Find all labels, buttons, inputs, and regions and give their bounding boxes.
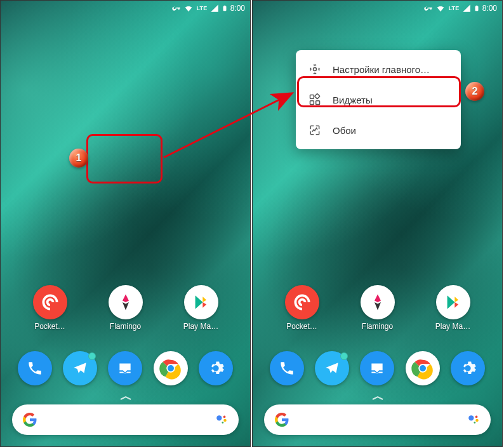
svg-point-17	[475, 419, 479, 422]
menu-label: Виджеты	[333, 95, 373, 105]
svg-rect-9	[310, 101, 314, 105]
app-telegram[interactable]	[312, 351, 352, 385]
svg-rect-10	[316, 101, 320, 105]
app-label: Play Ма…	[435, 322, 470, 331]
gear-icon	[207, 359, 225, 377]
menu-item-wallpaper[interactable]: Обои	[296, 115, 461, 145]
app-playmarket[interactable]: Play Ма…	[433, 285, 474, 331]
clock: 8:00	[482, 4, 497, 13]
telegram-icon	[72, 360, 88, 377]
app-inbox[interactable]	[357, 351, 397, 385]
app-label: Flamingo	[362, 322, 393, 331]
svg-rect-8	[310, 95, 314, 99]
flamingo-icon	[368, 293, 387, 312]
step-badge-2: 2	[465, 82, 484, 101]
assistant-icon[interactable]	[215, 413, 229, 427]
svg-point-3	[216, 415, 222, 420]
google-g-icon	[22, 412, 37, 427]
battery-icon	[222, 3, 228, 13]
menu-item-widgets[interactable]: Виджеты	[296, 84, 461, 115]
flamingo-icon	[116, 293, 135, 312]
app-pocketcasts[interactable]: Pocket…	[282, 285, 322, 331]
svg-point-15	[468, 415, 474, 420]
app-label: Play Ма…	[183, 322, 218, 331]
app-playmarket[interactable]: Play Ма…	[181, 285, 222, 331]
gear-icon	[459, 359, 477, 377]
inbox-icon	[369, 360, 385, 377]
app-phone[interactable]	[15, 351, 55, 385]
play-icon	[192, 293, 210, 311]
phone-screen-left: LTE 8:00 Pocket… Flamingo Play Ма…	[0, 0, 251, 447]
battery-icon	[474, 3, 480, 13]
drag-handle-icon[interactable]	[371, 396, 384, 401]
clock: 8:00	[230, 4, 245, 13]
chrome-icon	[410, 356, 435, 381]
telegram-icon	[324, 360, 340, 377]
gear-icon	[308, 63, 321, 76]
key-icon	[172, 4, 181, 13]
key-icon	[424, 4, 433, 13]
phone-screen-right: LTE 8:00 Настройки главного… Виджеты Обо…	[252, 0, 503, 447]
inbox-icon	[117, 360, 133, 377]
assistant-icon[interactable]	[467, 413, 481, 427]
svg-point-6	[222, 422, 223, 424]
app-settings[interactable]	[196, 351, 236, 385]
svg-point-16	[475, 416, 478, 418]
dock	[1, 351, 250, 385]
google-search-bar[interactable]	[264, 404, 491, 435]
dock	[253, 351, 502, 385]
wallpaper-icon	[308, 124, 321, 137]
wifi-icon	[183, 4, 194, 13]
svg-point-18	[474, 422, 475, 424]
menu-item-home-settings[interactable]: Настройки главного…	[296, 54, 461, 84]
lte-label: LTE	[196, 5, 207, 11]
app-label: Pocket…	[286, 322, 317, 331]
app-label: Pocket…	[34, 322, 65, 331]
app-settings[interactable]	[448, 351, 488, 385]
step-badge-1: 1	[69, 149, 88, 168]
app-phone[interactable]	[267, 351, 307, 385]
status-bar: LTE 8:00	[253, 1, 502, 16]
app-flamingo[interactable]: Flamingo	[105, 285, 146, 331]
google-g-icon	[274, 412, 289, 427]
pocketcasts-icon	[293, 293, 312, 312]
drag-handle-icon[interactable]	[119, 396, 132, 401]
app-telegram[interactable]	[60, 351, 100, 385]
app-chrome[interactable]	[150, 351, 191, 385]
svg-rect-11	[315, 93, 320, 98]
app-chrome[interactable]	[402, 351, 443, 385]
app-row: Pocket… Flamingo Play Ма…	[253, 285, 502, 331]
wifi-icon	[435, 4, 446, 13]
homescreen-context-menu: Настройки главного… Виджеты Обои	[296, 50, 461, 149]
svg-point-5	[223, 419, 227, 422]
menu-label: Настройки главного…	[333, 64, 430, 75]
svg-point-7	[314, 68, 317, 71]
phone-icon	[279, 360, 295, 377]
lte-label: LTE	[448, 5, 459, 11]
notification-dot	[88, 352, 96, 360]
app-row: Pocket… Flamingo Play Ма…	[1, 285, 250, 331]
app-inbox[interactable]	[105, 351, 145, 385]
app-label: Flamingo	[110, 322, 141, 331]
play-icon	[444, 293, 462, 311]
signal-icon	[210, 4, 219, 13]
svg-point-4	[223, 416, 226, 418]
status-bar: LTE 8:00	[1, 1, 250, 16]
signal-icon	[462, 4, 471, 13]
widgets-icon	[308, 93, 321, 106]
pocketcasts-icon	[41, 293, 60, 312]
google-search-bar[interactable]	[12, 404, 239, 435]
notification-dot	[340, 352, 348, 360]
chrome-icon	[158, 356, 183, 381]
phone-icon	[27, 360, 43, 377]
app-flamingo[interactable]: Flamingo	[357, 285, 398, 331]
app-pocketcasts[interactable]: Pocket…	[30, 285, 70, 331]
menu-label: Обои	[333, 125, 356, 136]
